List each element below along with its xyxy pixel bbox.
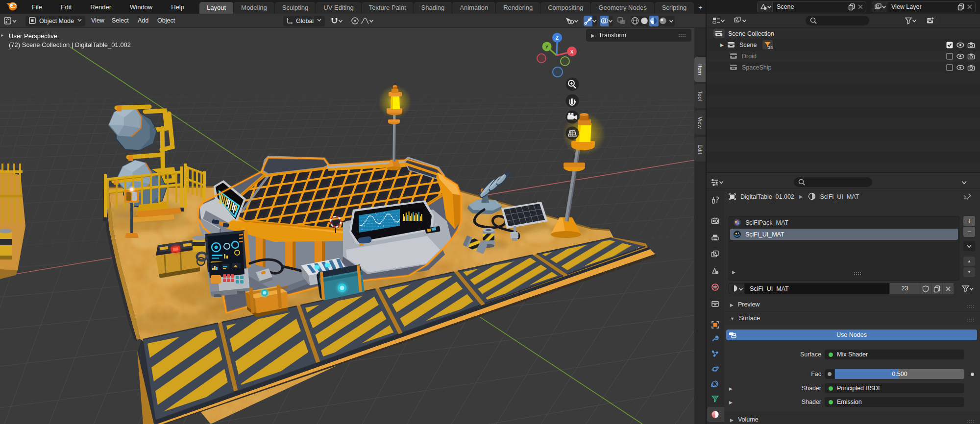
svg-text:X: X [570, 49, 573, 54]
svg-text:Z: Z [556, 35, 559, 41]
svg-text:Y: Y [545, 45, 548, 49]
